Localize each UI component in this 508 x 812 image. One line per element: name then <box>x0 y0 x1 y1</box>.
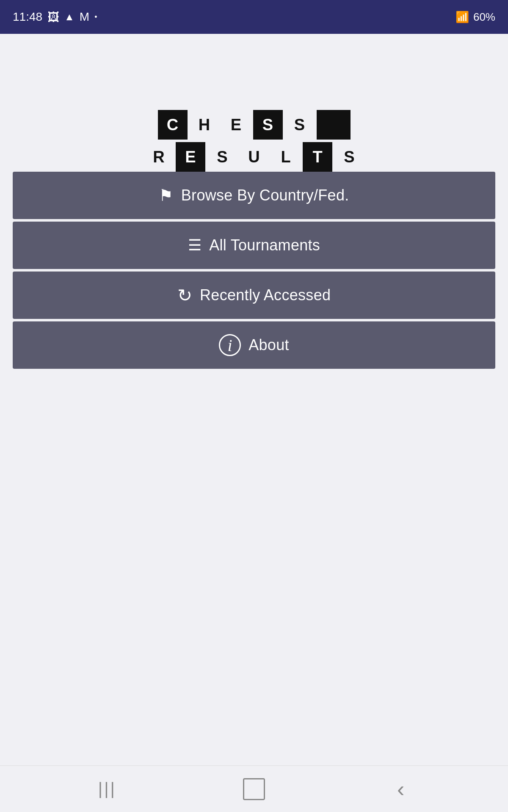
logo-letter-e2: E <box>176 142 205 172</box>
alert-icon: ▲ <box>64 11 75 23</box>
flag-icon: ⚑ <box>159 186 173 205</box>
refresh-icon: ↻ <box>177 285 192 306</box>
home-icon <box>243 778 265 800</box>
logo-row-1: C H E S S <box>158 110 351 140</box>
list-icon: ☰ <box>188 236 202 254</box>
app-logo: C H E S S R E S U L T S <box>144 110 364 172</box>
home-button[interactable] <box>237 772 271 806</box>
logo-letter-t: T <box>303 142 332 172</box>
status-time: 11:48 <box>13 10 42 24</box>
logo-letter-s1: S <box>253 110 283 140</box>
logo-row-2: R E S U L T S <box>144 142 364 172</box>
about-label: About <box>248 336 289 354</box>
recently-accessed-button[interactable]: ↻ Recently Accessed <box>13 272 495 319</box>
back-icon: ‹ <box>397 776 404 802</box>
recently-accessed-label: Recently Accessed <box>200 286 331 304</box>
logo-letter-u: U <box>239 142 269 172</box>
about-button[interactable]: i About <box>13 321 495 369</box>
status-left: 11:48 🖼 ▲ M • <box>13 10 97 24</box>
menu-buttons: ⚑ Browse By Country/Fed. ☰ All Tournamen… <box>13 172 495 369</box>
all-tournaments-label: All Tournaments <box>209 236 320 254</box>
back-button[interactable]: ‹ <box>384 772 418 806</box>
logo-letter-s3: S <box>207 142 237 172</box>
recent-apps-button[interactable]: ||| <box>90 772 124 806</box>
wifi-icon: 📶 <box>456 11 469 24</box>
mail-icon: M <box>80 10 89 24</box>
status-bar: 11:48 🖼 ▲ M • 📶 60% <box>0 0 508 34</box>
main-content: C H E S S R E S U L T S ⚑ Browse By Coun… <box>0 34 508 369</box>
status-icons: 📶 60% <box>456 11 495 24</box>
bottom-nav: ||| ‹ <box>0 765 508 812</box>
recent-apps-icon: ||| <box>98 779 116 798</box>
logo-letter-l: L <box>271 142 301 172</box>
logo-letter-r: R <box>144 142 174 172</box>
all-tournaments-button[interactable]: ☰ All Tournaments <box>13 222 495 269</box>
browse-country-button[interactable]: ⚑ Browse By Country/Fed. <box>13 172 495 219</box>
logo-letter-h: H <box>190 110 219 140</box>
dot-indicator: • <box>94 13 97 22</box>
logo-letter-s2: S <box>285 110 315 140</box>
logo-letter-e: E <box>221 110 251 140</box>
browse-country-label: Browse By Country/Fed. <box>181 187 349 204</box>
info-icon: i <box>219 334 241 356</box>
photo-icon: 🖼 <box>47 10 59 24</box>
logo-letter-slash <box>317 110 351 140</box>
logo-letter-c: C <box>158 110 188 140</box>
logo-letter-s4: S <box>334 142 364 172</box>
battery-icon: 60% <box>473 11 495 24</box>
